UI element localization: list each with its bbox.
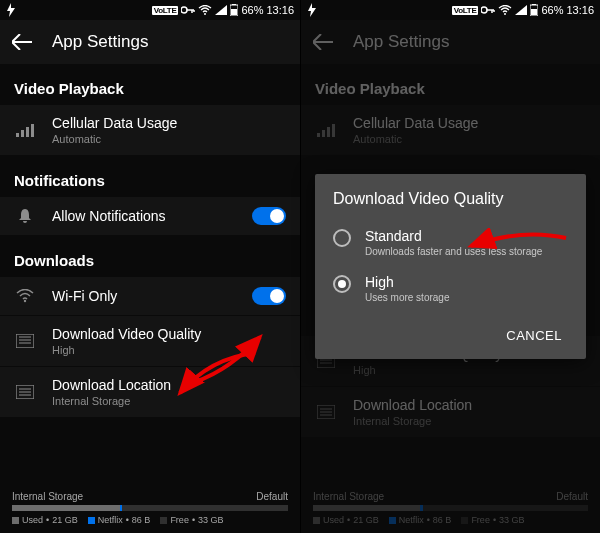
location-value: Internal Storage	[52, 395, 286, 407]
row-allow-notifications[interactable]: Allow Notifications	[0, 197, 300, 235]
battery-percent: 66%	[241, 4, 263, 16]
location-label: Download Location	[52, 377, 286, 393]
section-notifications: Notifications	[0, 156, 300, 197]
signal-bars-icon	[16, 123, 34, 137]
cellular-label: Cellular Data Usage	[52, 115, 286, 131]
svg-point-9	[24, 300, 26, 302]
section-video-playback: Video Playback	[0, 64, 300, 105]
flash-icon	[6, 3, 16, 17]
cellular-value: Automatic	[52, 133, 286, 145]
svg-rect-5	[16, 133, 19, 137]
storage-name: Internal Storage	[12, 491, 83, 502]
standard-label: Standard	[365, 228, 542, 244]
row-wifi-only[interactable]: Wi-Fi Only	[0, 277, 300, 315]
svg-rect-7	[26, 127, 29, 137]
key-icon	[181, 6, 195, 14]
wifi-only-label: Wi-Fi Only	[52, 288, 236, 304]
download-quality-dialog: Download Video Quality Standard Download…	[315, 174, 586, 359]
svg-rect-6	[21, 130, 24, 137]
settings-screen-with-dialog: VoLTE 66% 13:16 App Settings Video Playb…	[300, 0, 600, 533]
svg-point-0	[181, 7, 187, 13]
wifi-setting-icon	[16, 289, 34, 303]
storage-icon	[16, 385, 34, 399]
allow-notif-label: Allow Notifications	[52, 208, 236, 224]
storage-bar	[12, 505, 288, 511]
wifi-only-toggle[interactable]	[252, 287, 286, 305]
storage-footer: Internal Storage Default Used • 21 GB Ne…	[0, 485, 300, 533]
quality-label: Download Video Quality	[52, 326, 286, 342]
option-high[interactable]: High Uses more storage	[333, 268, 568, 314]
dialog-title: Download Video Quality	[333, 190, 568, 208]
legend-free: Free • 33 GB	[160, 515, 223, 525]
battery-icon	[230, 4, 238, 16]
high-label: High	[365, 274, 449, 290]
svg-rect-8	[31, 124, 34, 137]
section-downloads: Downloads	[0, 236, 300, 277]
back-button[interactable]	[8, 28, 42, 56]
legend-netflix: Netflix • 86 B	[88, 515, 151, 525]
volte-badge: VoLTE	[152, 6, 179, 15]
app-bar: App Settings	[0, 20, 300, 64]
page-title: App Settings	[52, 32, 148, 52]
high-desc: Uses more storage	[365, 291, 449, 304]
wifi-icon	[198, 5, 212, 15]
quality-icon	[16, 334, 34, 348]
storage-default: Default	[256, 491, 288, 502]
radio-unselected-icon	[333, 229, 351, 247]
svg-rect-3	[232, 4, 236, 5]
radio-selected-icon	[333, 275, 351, 293]
row-download-quality[interactable]: Download Video Quality High	[0, 316, 300, 366]
row-cellular-data[interactable]: Cellular Data Usage Automatic	[0, 105, 300, 155]
svg-rect-10	[16, 334, 34, 348]
dialog-overlay[interactable]: Download Video Quality Standard Download…	[301, 0, 600, 533]
settings-screen: VoLTE 66% 13:16 App Settings Video Playb…	[0, 0, 300, 533]
legend-used: Used • 21 GB	[12, 515, 78, 525]
status-bar: VoLTE 66% 13:16	[0, 0, 300, 20]
signal-icon	[215, 5, 227, 15]
notifications-toggle[interactable]	[252, 207, 286, 225]
svg-point-1	[204, 13, 206, 15]
row-download-location[interactable]: Download Location Internal Storage	[0, 367, 300, 417]
status-time: 13:16	[266, 4, 294, 16]
standard-desc: Downloads faster and uses less storage	[365, 245, 542, 258]
svg-rect-4	[231, 9, 237, 15]
cancel-button[interactable]: CANCEL	[500, 320, 568, 351]
quality-value: High	[52, 344, 286, 356]
option-standard[interactable]: Standard Downloads faster and uses less …	[333, 222, 568, 268]
bell-icon	[17, 208, 33, 224]
arrow-back-icon	[12, 34, 32, 50]
